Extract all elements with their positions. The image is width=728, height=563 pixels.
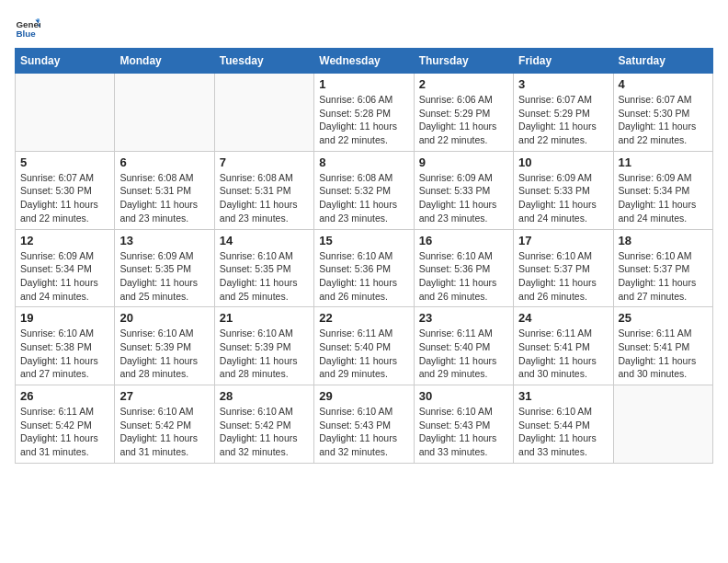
calendar-cell: 6Sunrise: 6:08 AM Sunset: 5:31 PM Daylig… xyxy=(115,151,214,229)
weekday-header-row: SundayMondayTuesdayWednesdayThursdayFrid… xyxy=(16,49,713,74)
day-info: Sunrise: 6:10 AM Sunset: 5:35 PM Dayligh… xyxy=(220,249,309,304)
day-info: Sunrise: 6:10 AM Sunset: 5:36 PM Dayligh… xyxy=(419,249,508,304)
calendar-cell: 12Sunrise: 6:09 AM Sunset: 5:34 PM Dayli… xyxy=(16,229,115,307)
day-info: Sunrise: 6:07 AM Sunset: 5:29 PM Dayligh… xyxy=(518,93,608,147)
calendar-cell xyxy=(613,385,712,464)
day-info: Sunrise: 6:10 AM Sunset: 5:42 PM Dayligh… xyxy=(220,405,309,459)
calendar-table: SundayMondayTuesdayWednesdayThursdayFrid… xyxy=(15,48,713,464)
weekday-header-tuesday: Tuesday xyxy=(214,49,313,74)
day-info: Sunrise: 6:07 AM Sunset: 5:30 PM Dayligh… xyxy=(20,171,109,225)
day-info: Sunrise: 6:10 AM Sunset: 5:43 PM Dayligh… xyxy=(319,405,408,459)
day-number: 10 xyxy=(518,155,608,169)
calendar-cell: 15Sunrise: 6:10 AM Sunset: 5:36 PM Dayli… xyxy=(314,229,414,307)
day-number: 16 xyxy=(419,234,508,247)
day-number: 14 xyxy=(220,234,309,247)
day-info: Sunrise: 6:10 AM Sunset: 5:37 PM Dayligh… xyxy=(619,249,708,304)
day-number: 29 xyxy=(319,389,408,403)
weekday-header-wednesday: Wednesday xyxy=(314,49,414,74)
weekday-header-saturday: Saturday xyxy=(613,49,712,74)
calendar-cell: 18Sunrise: 6:10 AM Sunset: 5:37 PM Dayli… xyxy=(613,229,712,307)
calendar-cell: 26Sunrise: 6:11 AM Sunset: 5:42 PM Dayli… xyxy=(16,385,115,464)
day-number: 11 xyxy=(619,155,708,169)
day-info: Sunrise: 6:06 AM Sunset: 5:29 PM Dayligh… xyxy=(419,93,508,147)
day-number: 23 xyxy=(419,311,508,325)
calendar-cell: 22Sunrise: 6:11 AM Sunset: 5:40 PM Dayli… xyxy=(314,307,414,385)
calendar-cell: 29Sunrise: 6:10 AM Sunset: 5:43 PM Dayli… xyxy=(314,385,414,464)
calendar-cell: 28Sunrise: 6:10 AM Sunset: 5:42 PM Dayli… xyxy=(214,385,313,464)
day-number: 26 xyxy=(20,389,109,403)
day-info: Sunrise: 6:11 AM Sunset: 5:42 PM Dayligh… xyxy=(20,405,109,459)
calendar-week-row: 1Sunrise: 6:06 AM Sunset: 5:28 PM Daylig… xyxy=(16,74,713,152)
day-number: 3 xyxy=(518,77,608,91)
calendar-cell xyxy=(115,74,214,152)
calendar-cell: 10Sunrise: 6:09 AM Sunset: 5:33 PM Dayli… xyxy=(514,151,613,229)
calendar-cell: 27Sunrise: 6:10 AM Sunset: 5:42 PM Dayli… xyxy=(115,385,214,464)
day-number: 28 xyxy=(220,389,309,403)
calendar-cell: 5Sunrise: 6:07 AM Sunset: 5:30 PM Daylig… xyxy=(16,151,115,229)
day-info: Sunrise: 6:10 AM Sunset: 5:42 PM Dayligh… xyxy=(119,405,209,459)
day-info: Sunrise: 6:10 AM Sunset: 5:37 PM Dayligh… xyxy=(518,249,608,304)
calendar-cell: 13Sunrise: 6:09 AM Sunset: 5:35 PM Dayli… xyxy=(115,229,214,307)
day-number: 8 xyxy=(319,155,408,169)
day-info: Sunrise: 6:09 AM Sunset: 5:35 PM Dayligh… xyxy=(119,249,209,304)
day-info: Sunrise: 6:11 AM Sunset: 5:41 PM Dayligh… xyxy=(619,327,708,381)
day-number: 22 xyxy=(319,311,408,325)
calendar-cell: 30Sunrise: 6:10 AM Sunset: 5:43 PM Dayli… xyxy=(414,385,513,464)
day-number: 4 xyxy=(619,77,708,91)
calendar-cell: 21Sunrise: 6:10 AM Sunset: 5:39 PM Dayli… xyxy=(214,307,313,385)
calendar-week-row: 19Sunrise: 6:10 AM Sunset: 5:38 PM Dayli… xyxy=(16,307,713,385)
day-info: Sunrise: 6:11 AM Sunset: 5:41 PM Dayligh… xyxy=(518,327,608,381)
calendar-cell: 14Sunrise: 6:10 AM Sunset: 5:35 PM Dayli… xyxy=(214,229,313,307)
day-number: 31 xyxy=(518,389,608,403)
calendar-week-row: 26Sunrise: 6:11 AM Sunset: 5:42 PM Dayli… xyxy=(16,385,713,464)
calendar-cell: 24Sunrise: 6:11 AM Sunset: 5:41 PM Dayli… xyxy=(514,307,613,385)
day-number: 25 xyxy=(619,311,708,325)
day-info: Sunrise: 6:09 AM Sunset: 5:33 PM Dayligh… xyxy=(419,171,508,225)
weekday-header-thursday: Thursday xyxy=(414,49,513,74)
day-number: 21 xyxy=(220,311,309,325)
day-info: Sunrise: 6:09 AM Sunset: 5:34 PM Dayligh… xyxy=(619,171,708,225)
weekday-header-sunday: Sunday xyxy=(16,49,115,74)
calendar-cell: 31Sunrise: 6:10 AM Sunset: 5:44 PM Dayli… xyxy=(514,385,613,464)
calendar-cell: 23Sunrise: 6:11 AM Sunset: 5:40 PM Dayli… xyxy=(414,307,513,385)
day-number: 9 xyxy=(419,155,508,169)
calendar-cell: 17Sunrise: 6:10 AM Sunset: 5:37 PM Dayli… xyxy=(514,229,613,307)
calendar-cell: 8Sunrise: 6:08 AM Sunset: 5:32 PM Daylig… xyxy=(314,151,414,229)
calendar-cell: 11Sunrise: 6:09 AM Sunset: 5:34 PM Dayli… xyxy=(613,151,712,229)
logo: General Blue xyxy=(15,15,44,40)
calendar-cell: 4Sunrise: 6:07 AM Sunset: 5:30 PM Daylig… xyxy=(613,74,712,152)
day-info: Sunrise: 6:11 AM Sunset: 5:40 PM Dayligh… xyxy=(419,327,508,381)
day-info: Sunrise: 6:11 AM Sunset: 5:40 PM Dayligh… xyxy=(319,327,408,381)
calendar-cell: 19Sunrise: 6:10 AM Sunset: 5:38 PM Dayli… xyxy=(16,307,115,385)
calendar-cell: 9Sunrise: 6:09 AM Sunset: 5:33 PM Daylig… xyxy=(414,151,513,229)
calendar-week-row: 5Sunrise: 6:07 AM Sunset: 5:30 PM Daylig… xyxy=(16,151,713,229)
calendar-cell: 1Sunrise: 6:06 AM Sunset: 5:28 PM Daylig… xyxy=(314,74,414,152)
day-number: 27 xyxy=(119,389,209,403)
day-number: 12 xyxy=(20,234,109,247)
day-info: Sunrise: 6:06 AM Sunset: 5:28 PM Dayligh… xyxy=(319,93,408,147)
day-number: 2 xyxy=(419,77,508,91)
day-number: 20 xyxy=(119,311,209,325)
day-info: Sunrise: 6:07 AM Sunset: 5:30 PM Dayligh… xyxy=(619,93,708,147)
day-number: 24 xyxy=(518,311,608,325)
generalblue-logo-icon: General Blue xyxy=(15,15,40,40)
weekday-header-monday: Monday xyxy=(115,49,214,74)
day-number: 17 xyxy=(518,234,608,247)
weekday-header-friday: Friday xyxy=(514,49,613,74)
calendar-cell xyxy=(214,74,313,152)
day-number: 5 xyxy=(20,155,109,169)
calendar-cell: 2Sunrise: 6:06 AM Sunset: 5:29 PM Daylig… xyxy=(414,74,513,152)
calendar-cell xyxy=(16,74,115,152)
day-number: 15 xyxy=(319,234,408,247)
day-info: Sunrise: 6:08 AM Sunset: 5:32 PM Dayligh… xyxy=(319,171,408,225)
calendar-week-row: 12Sunrise: 6:09 AM Sunset: 5:34 PM Dayli… xyxy=(16,229,713,307)
day-info: Sunrise: 6:10 AM Sunset: 5:36 PM Dayligh… xyxy=(319,249,408,304)
calendar-cell: 20Sunrise: 6:10 AM Sunset: 5:39 PM Dayli… xyxy=(115,307,214,385)
day-info: Sunrise: 6:09 AM Sunset: 5:34 PM Dayligh… xyxy=(20,249,109,304)
calendar-cell: 16Sunrise: 6:10 AM Sunset: 5:36 PM Dayli… xyxy=(414,229,513,307)
day-info: Sunrise: 6:08 AM Sunset: 5:31 PM Dayligh… xyxy=(119,171,209,225)
day-number: 18 xyxy=(619,234,708,247)
day-number: 6 xyxy=(119,155,209,169)
day-info: Sunrise: 6:08 AM Sunset: 5:31 PM Dayligh… xyxy=(220,171,309,225)
day-info: Sunrise: 6:10 AM Sunset: 5:38 PM Dayligh… xyxy=(20,327,109,381)
